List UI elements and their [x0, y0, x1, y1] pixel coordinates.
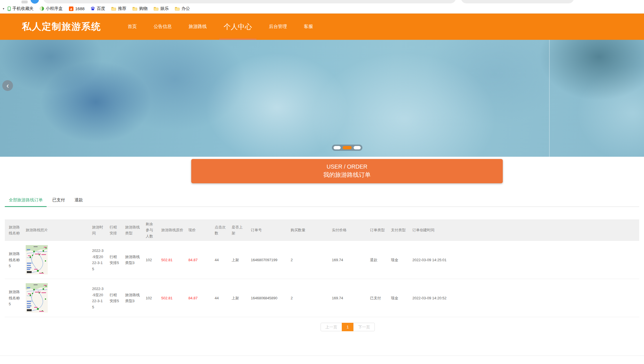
original-price: 502.81 [159, 255, 186, 265]
col-header: 实付价格 [330, 225, 368, 235]
bookmark-item[interactable]: 办公 [175, 6, 190, 11]
current-price: 84.87 [186, 255, 212, 265]
nav-item-notices[interactable]: 公告信息 [152, 14, 173, 40]
route-photo [23, 243, 90, 276]
travel-time: 2022-3-9至2022-3-15 [90, 246, 107, 274]
1688-icon: a [69, 6, 73, 11]
bookmark-label: 购物 [139, 6, 147, 11]
col-header: 订单创建时间 [410, 225, 639, 235]
col-header: 旅游路线原价 [159, 225, 186, 235]
banner-subtitle: USER / ORDER [191, 163, 503, 171]
order-tabs: 全部旅游路线订单 已支付 退款 [5, 195, 639, 207]
site-title[interactable]: 私人定制旅游系统 [22, 20, 101, 33]
folder-icon [154, 7, 158, 11]
col-header: 订单类型 [368, 225, 389, 235]
remaining: 102 [143, 293, 159, 303]
table-row: 旅游路线名称5 2022-3-9至2022-3-15 行程安排5 旅游路线类型3… [5, 279, 639, 317]
miniprogram-icon [40, 6, 44, 11]
browser-tab-stub[interactable] [21, 1, 28, 3]
nav-item-profile[interactable]: 个人中心 [222, 14, 254, 40]
address-bar[interactable] [43, 0, 456, 3]
bookmarks-dropdown-caret[interactable]: ▾ [3, 7, 4, 10]
clicks: 44 [212, 293, 229, 303]
route-photo [23, 282, 90, 314]
prev-page-button[interactable]: 上一页 [321, 323, 342, 331]
col-header: 支付类型 [389, 225, 410, 235]
bookmark-item[interactable]: 手机收藏夹 [8, 6, 34, 11]
tab-refund[interactable]: 退款 [71, 195, 87, 206]
schedule: 行程安排5 [107, 290, 123, 306]
bookmark-label: 推荐 [118, 6, 126, 11]
col-header: 现价 [186, 225, 212, 235]
current-page[interactable]: 1 [342, 323, 354, 331]
nav-item-service[interactable]: 客服 [302, 14, 315, 40]
col-header: 订单号 [249, 225, 288, 235]
col-header: 旅游路线名称 [5, 223, 23, 238]
listed-status: 上架 [229, 255, 249, 265]
quantity: 2 [288, 255, 330, 265]
current-price: 84.87 [186, 293, 212, 303]
route-type: 旅游路线类型3 [123, 252, 143, 268]
travel-time: 2022-3-9至2022-3-15 [90, 284, 107, 312]
bookmark-label: 1688 [75, 6, 84, 11]
col-header: 点击次数 [212, 223, 229, 238]
carousel-dot[interactable] [334, 146, 341, 149]
bookmark-item[interactable]: 推荐 [111, 6, 126, 11]
next-page-button[interactable]: 下一页 [353, 323, 375, 331]
bookmark-label: 办公 [181, 6, 190, 11]
carousel-dot[interactable] [354, 146, 361, 149]
col-header: 旅游路线类型 [123, 223, 143, 238]
tab-paid[interactable]: 已支付 [48, 195, 69, 206]
orders-table: 旅游路线名称 旅游路线照片 旅游时间 行程安排 旅游路线类型 剩余参与人数 旅游… [5, 219, 639, 317]
original-price: 502.81 [159, 293, 186, 303]
secondary-search-bar[interactable] [461, 0, 574, 3]
bookmark-label: 百度 [97, 6, 105, 11]
clicks: 44 [212, 255, 229, 265]
created-time: 2022-03-09 14:25:01 [410, 255, 639, 265]
col-header: 购买数量 [288, 225, 330, 235]
order-type: 已支付 [368, 293, 389, 303]
carousel-prev-button[interactable]: ‹ [2, 80, 13, 91]
paid-price: 169.74 [330, 255, 368, 265]
bookmark-label: 手机收藏夹 [12, 6, 34, 11]
pagination: 上一页 1 下一页 [26, 323, 644, 331]
footer-divider [0, 356, 644, 356]
paid-price: 169.74 [330, 293, 368, 303]
carousel-indicators [332, 145, 362, 151]
baidu-icon [91, 6, 95, 11]
col-header: 旅游时间 [90, 223, 107, 238]
browser-chrome [0, 0, 644, 4]
pay-type: 现金 [389, 255, 410, 265]
order-type: 退款 [368, 255, 389, 265]
carousel-seam [549, 40, 550, 157]
svg-text:a: a [70, 7, 72, 11]
banner-title: 我的旅游路线订单 [191, 171, 503, 179]
browser-logo-icon[interactable] [31, 0, 39, 4]
bookmark-label: 小程序盒 [46, 6, 63, 11]
bookmark-item[interactable]: 娱乐 [154, 6, 169, 11]
table-row: 旅游路线名称5 2022-3-9至2022-3-15 行程安排5 旅游路线类型3… [5, 241, 639, 279]
nav-item-admin[interactable]: 后台管理 [267, 14, 289, 40]
route-type: 旅游路线类型3 [123, 290, 143, 306]
carousel-dot-active[interactable] [343, 146, 352, 149]
main-menu: 首页 公告信息 旅游路线 个人中心 后台管理 客服 [126, 14, 315, 40]
nav-item-routes[interactable]: 旅游路线 [187, 14, 208, 40]
phone-icon [8, 6, 11, 11]
bookmark-item[interactable]: a 1688 [69, 6, 84, 11]
bookmark-item[interactable]: 百度 [91, 6, 105, 11]
route-name: 旅游路线名称5 [5, 287, 23, 309]
route-name: 旅游路线名称5 [5, 249, 23, 271]
bookmark-item[interactable]: 购物 [132, 6, 147, 11]
col-header: 行程安排 [107, 223, 123, 238]
remaining: 102 [143, 255, 159, 265]
tab-all-orders[interactable]: 全部旅游路线订单 [5, 195, 47, 206]
bookmarks-bar: ▾ 手机收藏夹 小程序盒 a 1688 百度 推荐 购物 娱乐 办公 [0, 4, 644, 14]
folder-icon [175, 7, 180, 11]
table-header-row: 旅游路线名称 旅游路线照片 旅游时间 行程安排 旅游路线类型 剩余参与人数 旅游… [5, 219, 639, 241]
bookmark-item[interactable]: 小程序盒 [40, 6, 63, 11]
nav-item-home[interactable]: 首页 [126, 14, 138, 40]
col-header: 剩余参与人数 [143, 219, 159, 241]
bookmark-label: 娱乐 [160, 6, 169, 11]
col-header: 旅游路线照片 [23, 225, 90, 235]
hero-carousel: ‹ [0, 40, 644, 157]
